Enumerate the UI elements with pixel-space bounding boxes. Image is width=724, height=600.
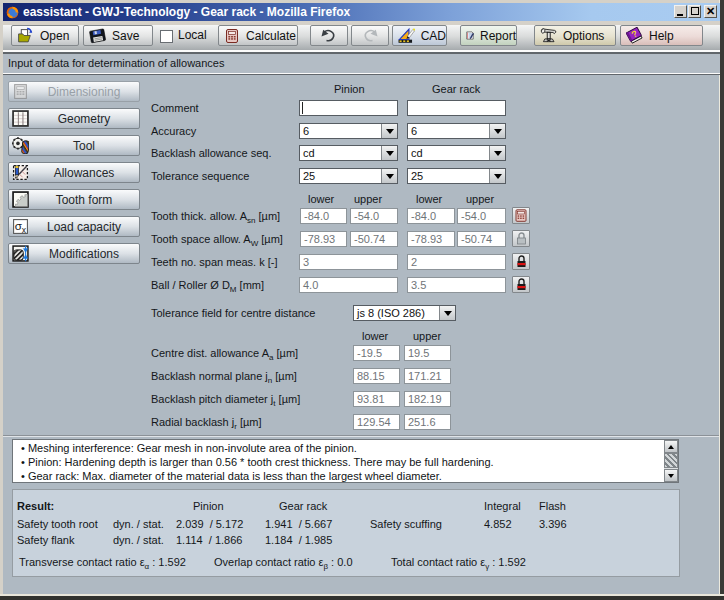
svg-text:x: x — [22, 225, 27, 235]
